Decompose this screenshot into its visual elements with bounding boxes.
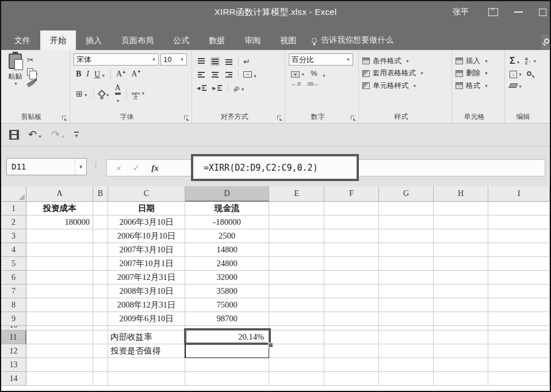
col-header-H[interactable]: H <box>434 186 488 202</box>
cell-A3[interactable] <box>26 229 93 243</box>
cell-D13[interactable] <box>185 358 269 372</box>
cell-E12[interactable] <box>269 344 324 358</box>
cell-H11[interactable] <box>434 330 488 344</box>
cell-H1[interactable] <box>434 202 488 216</box>
cell-I6[interactable] <box>488 271 550 285</box>
tab-formulas[interactable]: 公式 <box>163 30 199 50</box>
cell-E10[interactable] <box>269 326 324 330</box>
cell-F2[interactable] <box>324 216 379 229</box>
cell-I7[interactable] <box>488 285 550 298</box>
cell-I13[interactable] <box>488 358 550 372</box>
cell-C13[interactable] <box>108 358 185 372</box>
cell-B5[interactable] <box>93 257 108 271</box>
cell-B9[interactable] <box>93 312 108 326</box>
cell-D9[interactable]: 98700 <box>185 312 269 326</box>
fill-handle[interactable] <box>268 343 273 348</box>
cell-I11[interactable] <box>488 330 550 344</box>
cell-A6[interactable] <box>26 271 93 285</box>
col-header-I[interactable]: I <box>488 186 550 202</box>
cell-D2[interactable]: -180000 <box>185 216 269 229</box>
tab-review[interactable]: 审阅 <box>235 30 270 50</box>
cell-G4[interactable] <box>379 243 434 257</box>
cell-F6[interactable] <box>324 271 379 285</box>
cell-F10[interactable] <box>324 326 379 330</box>
cell-F7[interactable] <box>324 285 379 298</box>
col-header-A[interactable]: A <box>26 186 93 202</box>
cell-C14[interactable] <box>108 372 185 386</box>
cell-E9[interactable] <box>269 312 324 326</box>
clipboard-dialog-launcher-icon[interactable] <box>62 116 68 121</box>
formula-text[interactable]: =XIRR(D2:D9,C2:C9,0.2) <box>204 163 318 173</box>
cell-C10[interactable] <box>108 326 185 330</box>
cell-B14[interactable] <box>93 372 108 386</box>
select-all-corner[interactable] <box>1 186 26 202</box>
cell-G14[interactable] <box>379 372 434 386</box>
grow-font-button[interactable]: A▲ <box>116 70 126 79</box>
cell-E4[interactable] <box>269 243 324 257</box>
decrease-indent-icon[interactable]: ◀ <box>197 84 208 92</box>
accounting-format-button[interactable]: ¥▼ <box>291 69 305 78</box>
cell-E1[interactable] <box>269 202 324 216</box>
cell-E8[interactable] <box>269 298 324 312</box>
conditional-formatting-button[interactable]: 条件格式▼ <box>362 56 449 66</box>
cell-C5[interactable]: 2007年10月1日 <box>108 257 185 271</box>
cell-H9[interactable] <box>434 312 488 326</box>
phonetic-guide-button[interactable]: wén文▼ <box>132 87 146 99</box>
cell-I1[interactable] <box>488 202 550 216</box>
cell-C4[interactable]: 2007年3月10日 <box>108 243 185 257</box>
row-header-5[interactable]: 5 <box>1 257 26 271</box>
cell-B6[interactable] <box>93 271 108 285</box>
cell-G3[interactable] <box>379 229 434 243</box>
cell-D1[interactable]: 现金流 <box>185 202 269 216</box>
cell-C9[interactable]: 2009年6月10日 <box>108 312 185 326</box>
col-header-F[interactable]: F <box>324 186 379 202</box>
cell-I10[interactable] <box>488 326 550 330</box>
cell-I5[interactable] <box>488 257 550 271</box>
middle-align-icon[interactable] <box>211 57 220 66</box>
row-header-3[interactable]: 3 <box>1 229 26 243</box>
tell-me-box[interactable]: 告诉我你想要做什么 <box>306 30 399 50</box>
cell-I2[interactable] <box>488 216 550 229</box>
cell-A1[interactable]: 投资成本 <box>26 202 93 216</box>
font-size-combobox[interactable]: 10▼ <box>160 53 187 66</box>
col-header-D[interactable]: D <box>185 186 269 202</box>
underline-button[interactable]: U▼ <box>94 70 105 79</box>
increase-decimal-icon[interactable]: ←.0 <box>291 81 301 87</box>
cell-G10[interactable] <box>379 326 434 330</box>
cell-A9[interactable] <box>26 312 93 326</box>
cell-E11[interactable] <box>269 330 324 344</box>
row-header-10[interactable]: 10 <box>1 326 26 330</box>
cell-B2[interactable] <box>93 216 108 229</box>
cell-D5[interactable]: 24800 <box>185 257 269 271</box>
cell-H13[interactable] <box>434 358 488 372</box>
cell-D10[interactable] <box>185 326 269 330</box>
cell-F1[interactable] <box>324 202 379 216</box>
cell-H3[interactable] <box>434 229 488 243</box>
cancel-icon[interactable]: × <box>116 163 121 173</box>
row-header-12[interactable]: 12 <box>1 344 26 358</box>
cell-I3[interactable] <box>488 229 550 243</box>
redo-button[interactable]: ↷▼ <box>51 130 65 140</box>
bold-button[interactable]: B <box>76 70 81 79</box>
format-cells-button[interactable]: 格式▼ <box>456 81 502 91</box>
orientation-button[interactable]: ab▼ <box>233 83 244 93</box>
row-header-6[interactable]: 6 <box>1 271 26 285</box>
cell-H2[interactable] <box>434 216 488 229</box>
cell-E7[interactable] <box>269 285 324 298</box>
sort-filter-button[interactable]: AZ↓▼ <box>525 57 537 65</box>
tab-page-layout[interactable]: 页面布局 <box>112 30 163 50</box>
cell-D11-selected[interactable]: 20.14% <box>185 330 269 344</box>
insert-function-icon[interactable]: fx <box>151 163 159 173</box>
row-header-1[interactable]: 1 <box>1 202 26 216</box>
undo-button[interactable]: ↶▼ <box>28 130 42 140</box>
cell-D6[interactable]: 32000 <box>185 271 269 285</box>
cell-D7[interactable]: 35800 <box>185 285 269 298</box>
decrease-decimal-icon[interactable]: .00→ <box>307 81 319 87</box>
format-painter-icon[interactable] <box>26 80 35 87</box>
increase-indent-icon[interactable]: ▶ <box>212 84 223 92</box>
borders-button[interactable]: ⊞▼ <box>76 89 88 98</box>
cell-C11[interactable]: 内部收益率 <box>108 330 185 344</box>
cell-I12[interactable] <box>488 344 550 358</box>
cell-C12[interactable]: 投资是否值得 <box>108 344 185 358</box>
cell-A2[interactable]: 180000 <box>26 216 93 229</box>
